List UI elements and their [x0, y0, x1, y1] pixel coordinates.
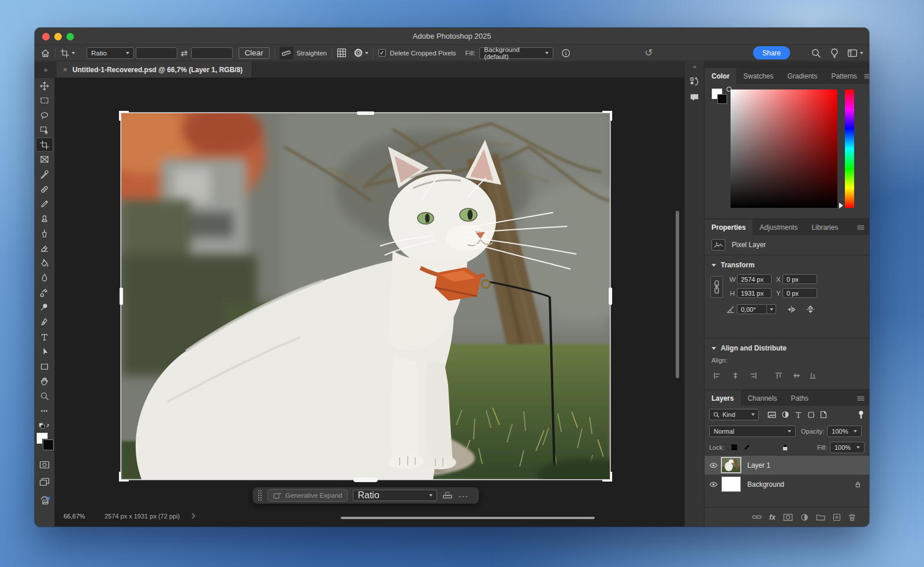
- workspace-panels-icon[interactable]: [847, 49, 858, 58]
- object-selection-tool[interactable]: [36, 123, 53, 137]
- filter-pixel-layers-icon[interactable]: [767, 411, 776, 419]
- tab-swatches[interactable]: Swatches: [736, 68, 780, 84]
- comments-button[interactable]: [687, 91, 702, 105]
- crop-width-input[interactable]: [136, 47, 177, 59]
- crop-handle-topright[interactable]: [602, 111, 612, 121]
- width-field[interactable]: 2574 px: [737, 274, 772, 284]
- reset-crop-icon[interactable]: ↺: [644, 47, 653, 59]
- ratio-select[interactable]: Ratio: [87, 47, 134, 59]
- generate-image-button[interactable]: [36, 493, 53, 508]
- spot-healing-tool[interactable]: [36, 182, 53, 196]
- foreground-background-swatches[interactable]: [35, 432, 54, 453]
- clear-button[interactable]: Clear: [239, 47, 270, 59]
- tab-properties[interactable]: Properties: [705, 219, 752, 235]
- link-layers-icon[interactable]: [752, 514, 762, 520]
- delete-layer-icon[interactable]: [848, 513, 856, 521]
- color-background-swatch[interactable]: [717, 94, 727, 104]
- height-field[interactable]: 1931 px: [737, 288, 772, 298]
- smudge-tool[interactable]: [36, 285, 53, 300]
- tab-adjustments[interactable]: Adjustments: [752, 219, 804, 235]
- share-button[interactable]: Share: [753, 46, 790, 59]
- lock-position-icon[interactable]: [753, 443, 766, 451]
- canvas-area[interactable]: Generative Expand Ratio ··· 66,67% 2574 …: [55, 78, 684, 527]
- discover-lightbulb-icon[interactable]: [829, 48, 840, 58]
- panel-menu-icon[interactable]: [864, 73, 869, 79]
- swap-dimensions-icon[interactable]: ⇄: [181, 49, 188, 58]
- vertical-scrollbar[interactable]: [676, 211, 679, 378]
- lasso-tool[interactable]: [36, 108, 53, 122]
- align-bottom-edges-icon[interactable]: [809, 372, 817, 379]
- edit-toolbar-button[interactable]: •••: [36, 404, 53, 418]
- rectangular-marquee-tool[interactable]: [36, 94, 53, 108]
- crop-tool[interactable]: [36, 137, 53, 152]
- crop-handle-bottomleft[interactable]: [119, 472, 129, 482]
- swap-colors-icon[interactable]: [38, 422, 51, 430]
- filter-kind-select[interactable]: Kind: [709, 409, 759, 420]
- filter-type-layers-icon[interactable]: [795, 411, 802, 419]
- pencil-tool[interactable]: [36, 197, 53, 211]
- lock-transparency-icon[interactable]: [728, 443, 740, 451]
- align-section-header[interactable]: Align and Distribute: [705, 338, 869, 355]
- tab-color[interactable]: Color: [705, 68, 736, 84]
- taskbar-straighten-icon[interactable]: [442, 491, 453, 500]
- hue-slider[interactable]: [845, 89, 854, 208]
- tab-libraries[interactable]: Libraries: [804, 219, 845, 235]
- panel-menu-icon[interactable]: [857, 225, 865, 230]
- taskbar-more-icon[interactable]: ···: [458, 491, 468, 501]
- crop-handle-left[interactable]: [120, 288, 123, 305]
- filter-adjustment-layers-icon[interactable]: [781, 411, 789, 419]
- blur-tool[interactable]: [36, 271, 53, 285]
- crop-height-input[interactable]: [191, 47, 233, 59]
- tab-gradients[interactable]: Gradients: [780, 68, 824, 84]
- zoom-tool[interactable]: [36, 389, 53, 403]
- pen-tool[interactable]: [36, 315, 53, 330]
- filter-smart-objects-icon[interactable]: [820, 411, 827, 419]
- crop-handle-bottom[interactable]: [353, 478, 378, 482]
- hue-slider-marker[interactable]: [839, 203, 843, 208]
- tab-channels[interactable]: Channels: [741, 390, 784, 406]
- close-window-button[interactable]: [42, 33, 50, 40]
- new-adjustment-layer-icon[interactable]: [800, 513, 808, 521]
- layer-thumbnail[interactable]: [722, 477, 740, 491]
- eraser-tool[interactable]: [36, 241, 53, 256]
- horizontal-scrollbar[interactable]: [341, 517, 595, 519]
- dodge-tool[interactable]: [36, 300, 53, 315]
- collapse-panels-icon[interactable]: «: [693, 63, 696, 70]
- layer-style-button[interactable]: fx: [769, 513, 776, 521]
- straighten-button[interactable]: [280, 47, 293, 59]
- link-dimensions-icon[interactable]: [710, 276, 723, 298]
- align-vertical-centers-icon[interactable]: [793, 372, 800, 379]
- align-right-edges-icon[interactable]: [750, 372, 757, 379]
- crop-settings-gear-icon[interactable]: [353, 48, 363, 58]
- workspace-chevron-icon[interactable]: [860, 52, 863, 54]
- new-layer-icon[interactable]: [833, 513, 841, 521]
- version-history-button[interactable]: [687, 74, 702, 88]
- align-horizontal-centers-icon[interactable]: [732, 372, 739, 379]
- crop-handle-top[interactable]: [357, 111, 374, 115]
- filter-shape-layers-icon[interactable]: [807, 411, 815, 419]
- x-field[interactable]: 0 px: [783, 274, 817, 284]
- layer-row-layer1[interactable]: Layer 1: [705, 456, 869, 475]
- add-layer-mask-icon[interactable]: [783, 513, 793, 521]
- background-color-swatch[interactable]: [43, 439, 54, 450]
- fill-select[interactable]: Background (default): [479, 47, 553, 59]
- delete-cropped-pixels-checkbox[interactable]: ✓: [378, 49, 386, 57]
- layer-visibility-toggle[interactable]: [705, 462, 722, 469]
- y-field[interactable]: 0 px: [783, 288, 817, 298]
- color-picker-ring[interactable]: [726, 87, 732, 92]
- flip-vertical-icon[interactable]: [806, 305, 815, 314]
- opacity-value[interactable]: 100%: [827, 426, 862, 437]
- tab-patterns[interactable]: Patterns: [824, 68, 864, 84]
- eyedropper-tool[interactable]: [36, 167, 53, 182]
- lock-pixels-icon[interactable]: [740, 443, 753, 451]
- layer-name[interactable]: Background: [747, 480, 784, 488]
- close-tab-icon[interactable]: ×: [63, 65, 68, 74]
- frame-tool[interactable]: [36, 152, 53, 167]
- rotation-angle-field[interactable]: 0,00°: [737, 304, 767, 314]
- layer-visibility-toggle[interactable]: [705, 481, 722, 488]
- photo-layer[interactable]: [121, 113, 610, 479]
- info-icon[interactable]: [561, 49, 571, 58]
- path-selection-tool[interactable]: [36, 345, 53, 359]
- taskbar-drag-handle[interactable]: [258, 490, 262, 501]
- transform-section-header[interactable]: Transform: [705, 255, 869, 271]
